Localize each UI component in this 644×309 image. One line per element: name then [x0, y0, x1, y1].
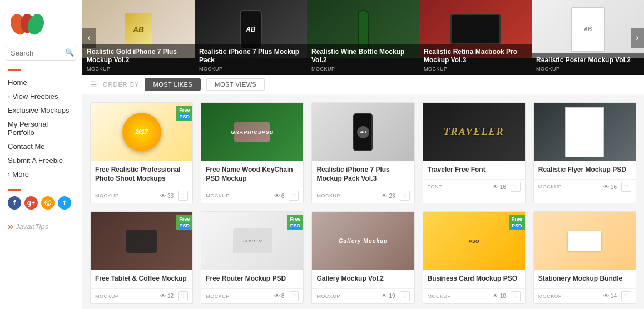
facebook-icon[interactable]: f	[8, 196, 21, 210]
card-stats-2: 👁 6 ♡	[274, 191, 299, 201]
card-4[interactable]: TRAVELER Traveler Free Font FONT 👁 16 ♡	[423, 102, 526, 203]
eye-icon-1: 👁	[160, 193, 166, 199]
like-button-3[interactable]: ♡	[400, 191, 410, 201]
eye-icon-10: 👁	[603, 293, 609, 299]
most-views-button[interactable]: MOST VIEWS	[206, 78, 265, 91]
card-stats-9: 👁 10 ♡	[493, 291, 521, 301]
card-8[interactable]: Gallery Mockup Gallery Mockup Vol.2 MOCK…	[311, 211, 414, 303]
nav-item-view-freebies[interactable]: View Freebies	[0, 89, 82, 103]
like-button-2[interactable]: ♡	[289, 191, 299, 201]
search-area: 🔍	[0, 46, 82, 66]
card-5[interactable]: Realistic Flyer Mockup PSD MOCKUP 👁 16 ♡	[533, 102, 636, 203]
card-cat-8: MOCKUP	[316, 293, 340, 299]
card-title-9: Business Card Mockup PSO	[428, 274, 521, 283]
carousel-title-4: Realistic Retina Macbook Pro Mockup Vol.…	[424, 48, 527, 65]
list-view-icon[interactable]: ☰	[90, 80, 97, 89]
carousel-item-3[interactable]: Realistic Wine Bottle Mockup Vol.2 MOCKU…	[307, 0, 419, 75]
main-content: ‹ AB Realistic Gold iPhone 7 Plus Mockup…	[82, 0, 644, 309]
card-title-2: Free Name Wood KeyChain PSD Mockup	[206, 165, 299, 183]
card-views-count-9: 10	[500, 293, 506, 299]
nav-item-exclusive-mockups[interactable]: Exclusive Mockups	[0, 103, 82, 117]
card-cat-3: MOCKUP	[316, 193, 340, 198]
nav-item-contact[interactable]: Contact Me	[0, 139, 82, 153]
card-views-count-4: 16	[500, 184, 506, 190]
card-cat-9: MOCKUP	[428, 293, 452, 299]
free-badge-7: FreePSD	[287, 215, 303, 230]
twitter-icon[interactable]: t	[58, 196, 71, 210]
divider-1	[8, 69, 21, 71]
search-button[interactable]: 🔍	[65, 48, 74, 57]
nav-item-more[interactable]: More	[0, 167, 82, 181]
card-3[interactable]: AB Realistic iPhone 7 Plus Mockup Pack V…	[311, 102, 414, 203]
like-button-4[interactable]: ♡	[511, 182, 521, 192]
carousel-item-1[interactable]: AB Realistic Gold iPhone 7 Plus Mockup V…	[82, 0, 195, 75]
card-views-count-7: 8	[281, 293, 285, 299]
card-1[interactable]: 2017 FreePSD Free Realistic Professional…	[90, 102, 193, 203]
carousel-cat-5: MOCKUP	[536, 66, 640, 72]
card-title-4: Traveler Free Font	[428, 165, 521, 174]
carousel-item-2[interactable]: AB Realistic iPhone 7 Plus Mockup Pack M…	[195, 0, 307, 75]
carousel-cat-3: MOCKUP	[311, 66, 415, 72]
google-plus-icon[interactable]: g+	[24, 196, 38, 210]
logo-icon	[8, 10, 47, 38]
eye-icon-9: 👁	[493, 293, 498, 299]
carousel-title-3: Realistic Wine Bottle Mockup Vol.2	[311, 48, 415, 65]
free-badge-1: FreePSD	[176, 106, 192, 121]
card-views-count-2: 6	[281, 193, 285, 199]
like-button-9[interactable]: ♡	[511, 291, 521, 301]
nav-item-portfolio[interactable]: My Personal Portfolio	[0, 117, 82, 139]
card-10[interactable]: Stationery Mockup Bundle MOCKUP 👁 14 ♡	[533, 211, 636, 303]
carousel-cat-1: MOCKUP	[87, 66, 190, 72]
carousel-title-1: Realistic Gold iPhone 7 Plus Mockup Vol.…	[87, 48, 190, 65]
carousel-cat-4: MOCKUP	[424, 66, 527, 72]
card-cat-5: MOCKUP	[538, 184, 562, 190]
like-button-10[interactable]: ♡	[621, 291, 631, 301]
most-likes-button[interactable]: MOST LIKES	[145, 78, 201, 91]
card-cat-2: MOCKUP	[206, 193, 230, 198]
divider-2	[8, 189, 21, 191]
nav-menu: Home View Freebies Exclusive Mockups My …	[0, 76, 82, 187]
like-button-5[interactable]: ♡	[621, 182, 631, 192]
card-9[interactable]: PSO FreePSD Business Card Mockup PSO MOC…	[423, 211, 526, 303]
card-title-7: Free Router Mockup PSD	[206, 274, 299, 283]
card-stats-3: 👁 23 ♡	[382, 191, 409, 201]
card-title-3: Realistic iPhone 7 Plus Mockup Pack Vol.…	[316, 165, 409, 183]
card-views-count-5: 16	[611, 184, 617, 190]
like-button-8[interactable]: ♡	[400, 291, 410, 301]
card-stats-10: 👁 14 ♡	[603, 291, 631, 301]
like-button-7[interactable]: ♡	[289, 291, 299, 301]
carousel-item-5[interactable]: AB Realistic Poster Mockup Vol.2 MOCKUP	[532, 0, 644, 75]
eye-icon-7: 👁	[274, 293, 280, 299]
nav-item-submit[interactable]: Submit A Freebie	[0, 153, 82, 167]
card-stats-4: 👁 16 ♡	[493, 182, 521, 192]
carousel-prev-button[interactable]: ‹	[82, 28, 96, 48]
carousel-title-5: Realistic Poster Mockup Vol.2	[536, 56, 640, 65]
card-6[interactable]: FreePSD Free Tablet & Coffee Mockup MOCK…	[90, 211, 193, 303]
logo-area	[0, 0, 82, 46]
card-7[interactable]: ROUTER FreePSD Free Router Mockup PSD MO…	[201, 211, 304, 303]
rss-icon[interactable]: Ⓒ	[41, 196, 55, 210]
like-button-1[interactable]: ♡	[178, 191, 188, 201]
eye-icon-8: 👁	[382, 293, 387, 299]
carousel-item-4[interactable]: Realistic Retina Macbook Pro Mockup Vol.…	[419, 0, 532, 75]
nav-item-home[interactable]: Home	[0, 76, 82, 89]
card-views-count-6: 12	[167, 293, 174, 299]
card-title-1: Free Realistic Professional Photo Shoot …	[95, 165, 188, 183]
card-stats-8: 👁 19 ♡	[382, 291, 409, 301]
card-views-count-8: 19	[389, 293, 395, 299]
cards-grid: 2017 FreePSD Free Realistic Professional…	[82, 94, 644, 309]
card-2[interactable]: GRAPHICSPSD Free Name Wood KeyChain PSD …	[201, 102, 304, 203]
card-views-count-3: 23	[389, 193, 395, 199]
brand-arrow-icon: »	[8, 221, 13, 232]
card-stats-5: 👁 16 ♡	[603, 182, 631, 192]
card-cat-1: MOCKUP	[95, 193, 119, 198]
like-button-6[interactable]: ♡	[178, 291, 188, 301]
carousel-next-button[interactable]: ›	[631, 28, 644, 48]
card-title-10: Stationery Mockup Bundle	[538, 274, 631, 283]
hero-carousel: ‹ AB Realistic Gold iPhone 7 Plus Mockup…	[82, 0, 644, 75]
eye-icon-4: 👁	[493, 184, 498, 190]
brand-footer: » JavanTips	[0, 217, 82, 232]
eye-icon-6: 👁	[160, 293, 166, 299]
card-views-count-10: 14	[611, 293, 617, 299]
order-by-label: ORDER BY	[103, 81, 139, 88]
